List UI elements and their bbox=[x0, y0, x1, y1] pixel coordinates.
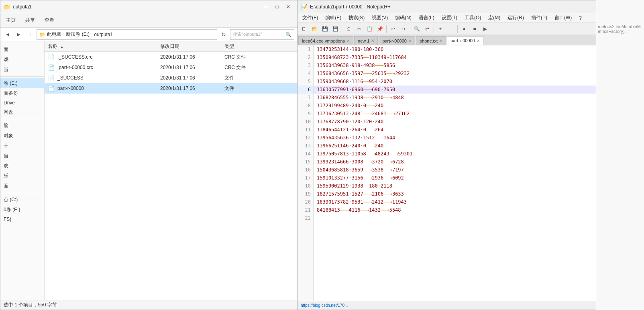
nav-forward-button[interactable]: ▶ bbox=[14, 30, 24, 39]
toolbar-view-button[interactable]: 查看 bbox=[42, 16, 57, 24]
menu-encode[interactable]: 编码(N) bbox=[392, 14, 415, 22]
npp-macro2-button[interactable]: ■ bbox=[470, 24, 479, 34]
file-item-success-crc[interactable]: 📄 ._SUCCESS.crc 2020/1/31 17:06 CRC 文件 bbox=[45, 52, 297, 62]
breadcrumb-sep2: › bbox=[91, 32, 92, 37]
sidebar-item-ten[interactable]: 十 bbox=[0, 141, 44, 151]
npp-copy-button[interactable]: 📋 bbox=[365, 24, 374, 34]
menu-macro[interactable]: 宏(M) bbox=[485, 14, 503, 22]
code-line-15: 13992314666·3008——→3720——→6728 bbox=[314, 158, 644, 166]
overflow-text: metrics2.lib.MutableMetricsFactory). bbox=[596, 0, 644, 34]
sidebar-item-c[interactable]: 点 (C:) bbox=[0, 195, 44, 205]
menu-window[interactable]: 窗口(W) bbox=[551, 14, 575, 22]
npp-tab-1-close[interactable]: ✕ bbox=[371, 39, 374, 43]
menu-settings[interactable]: 设置(T) bbox=[438, 14, 461, 22]
explorer-maximize-button[interactable]: □ bbox=[272, 2, 282, 12]
sidebar-item-obj[interactable]: 对象 bbox=[0, 131, 44, 141]
npp-tab-2[interactable]: part-r-00000 ✕ bbox=[379, 36, 415, 45]
line-num-17: 17 bbox=[298, 174, 313, 182]
file-date-1: 2020/1/31 17:06 bbox=[160, 65, 224, 70]
file-date-2: 2020/1/31 17:06 bbox=[160, 75, 224, 81]
menu-view[interactable]: 视图(V) bbox=[369, 14, 391, 22]
toolbar-share-button[interactable]: 共享 bbox=[23, 16, 37, 24]
npp-new-button[interactable]: 🗋 bbox=[299, 24, 309, 34]
menu-run[interactable]: 运行(R) bbox=[504, 14, 527, 22]
sidebar-item-face[interactable]: 面 bbox=[0, 181, 44, 191]
sidebar-item-fs[interactable]: FS) bbox=[0, 215, 44, 224]
sidebar-item-netdisk[interactable]: 网盘 bbox=[0, 107, 44, 117]
npp-tabs: idea64.exe.vmoptions ✕ new 1 ✕ part-r-00… bbox=[298, 35, 644, 45]
sidebar-item-e[interactable]: 0卷 (E:) bbox=[0, 205, 44, 215]
sidebar-item-0[interactable]: 面 bbox=[0, 45, 44, 55]
toolbar-sep-5 bbox=[457, 25, 458, 33]
line-num-15: 15 bbox=[298, 158, 313, 166]
npp-zoomout-button[interactable]: - bbox=[446, 24, 456, 34]
search-placeholder-text: 搜索"outputa1" bbox=[233, 31, 262, 37]
explorer-minimize-button[interactable]: ─ bbox=[261, 2, 271, 12]
npp-tab-4[interactable]: part-r-00000 ✕ bbox=[447, 36, 483, 45]
npp-tab-1[interactable]: new 1 ✕ bbox=[354, 36, 378, 45]
npp-cut-button[interactable]: ✂ bbox=[354, 24, 364, 34]
npp-tab-4-close[interactable]: ✕ bbox=[477, 39, 480, 43]
col-date-header[interactable]: 修改日期 bbox=[160, 43, 224, 50]
explorer-body: 面 戏 当 卷 (E:) 面备份 Drive 网盘 脑 对象 十 当 戏 乐 面… bbox=[0, 41, 297, 300]
toolbar-home-button[interactable]: 主页 bbox=[4, 16, 18, 24]
col-type-header[interactable]: 类型 bbox=[224, 43, 265, 50]
menu-file[interactable]: 文件(F) bbox=[299, 14, 321, 22]
sidebar-item-game[interactable]: 戏 bbox=[0, 161, 44, 171]
npp-print-button[interactable]: 🖨 bbox=[344, 24, 353, 34]
sidebar-item-music[interactable]: 乐 bbox=[0, 171, 44, 181]
col-name-header[interactable]: 名称 ▲ bbox=[48, 43, 160, 50]
nav-up-button[interactable]: ↑ bbox=[25, 30, 35, 39]
sidebar-item-drive-e[interactable]: 卷 (E:) bbox=[0, 78, 44, 88]
file-item-part-crc[interactable]: 📄 .part-r-00000.crc 2020/1/31 17:06 CRC … bbox=[45, 62, 297, 73]
line-num-12: 12 bbox=[298, 134, 313, 142]
search-box: 搜索"outputa1" 🔍 bbox=[230, 29, 294, 40]
code-line-14: 13975057813·11058——→48243——→59301 bbox=[314, 150, 644, 158]
sidebar-item-drive[interactable]: Drive bbox=[0, 98, 44, 107]
sidebar-item-backup[interactable]: 面备份 bbox=[0, 88, 44, 98]
explorer-close-button[interactable]: ✕ bbox=[283, 2, 293, 12]
npp-tab-3-close[interactable]: ✕ bbox=[439, 39, 442, 43]
npp-zoomin-button[interactable]: + bbox=[436, 24, 445, 34]
npp-paste-button[interactable]: 📌 bbox=[375, 24, 385, 34]
menu-edit[interactable]: 编辑(E) bbox=[322, 14, 344, 22]
menu-language[interactable]: 语言(L) bbox=[416, 14, 438, 22]
line-num-1: 1 bbox=[298, 45, 313, 53]
sidebar-item-brain[interactable]: 脑 bbox=[0, 121, 44, 131]
sidebar-divider-3 bbox=[0, 193, 44, 193]
nav-back-button[interactable]: ◀ bbox=[3, 30, 12, 39]
npp-tab-0-close[interactable]: ✕ bbox=[346, 39, 350, 43]
npp-app-icon: 📝 bbox=[301, 4, 308, 10]
npp-tab-3[interactable]: phone.txt ✕ bbox=[416, 36, 446, 45]
npp-tab-0[interactable]: idea64.exe.vmoptions ✕ bbox=[298, 36, 353, 45]
menu-plugins[interactable]: 插件(P) bbox=[528, 14, 550, 22]
code-line-21: 84188413——→4116——→1432——→5548 bbox=[314, 206, 644, 214]
sidebar-item-curr[interactable]: 当 bbox=[0, 151, 44, 161]
npp-tab-2-close[interactable]: ✕ bbox=[408, 39, 412, 43]
breadcrumb[interactable]: 📁 此电脑 › 新加卷 (E:) › outputa1 bbox=[37, 29, 217, 40]
menu-tools[interactable]: 工具(O) bbox=[461, 14, 484, 22]
code-line-4: 13568436656·3597——→25635——→29232 bbox=[314, 69, 644, 78]
sidebar-item-2[interactable]: 当 bbox=[0, 65, 44, 75]
sidebar-divider-2 bbox=[0, 119, 44, 119]
npp-undo-button[interactable]: ↩ bbox=[388, 24, 398, 34]
file-item-part-r[interactable]: 📄 part-r-00000 2020/1/31 17:06 文件 bbox=[45, 83, 297, 94]
sidebar-item-1[interactable]: 戏 bbox=[0, 55, 44, 65]
menu-search[interactable]: 搜索(S) bbox=[345, 14, 368, 22]
npp-find-button[interactable]: 🔍 bbox=[412, 24, 422, 34]
file-name-1: .part-r-00000.crc bbox=[57, 65, 160, 70]
search-icon[interactable]: 🔍 bbox=[285, 32, 291, 37]
file-list-area: 名称 ▲ 修改日期 类型 📄 ._SUCCESS.crc 2020/1/31 1… bbox=[45, 41, 297, 300]
npp-macro1-button[interactable]: ● bbox=[459, 24, 469, 34]
npp-open-button[interactable]: 📂 bbox=[310, 24, 319, 34]
file-item-success[interactable]: 📄 _SUCCESS 2020/1/31 17:06 文件 bbox=[45, 73, 297, 83]
npp-macro3-button[interactable]: ▶ bbox=[480, 24, 490, 34]
npp-redo-button[interactable]: ↪ bbox=[399, 24, 408, 34]
refresh-button[interactable]: ↻ bbox=[219, 30, 228, 39]
npp-saveall-button[interactable]: 💾 bbox=[330, 24, 340, 34]
npp-replace-button[interactable]: ⇄ bbox=[422, 24, 432, 34]
code-area[interactable]: 13470253144·180·180·360 13509468723·7335… bbox=[314, 45, 644, 301]
menu-help[interactable]: ? bbox=[576, 14, 585, 22]
file-type-1: CRC 文件 bbox=[224, 64, 246, 71]
npp-save-button[interactable]: 💾 bbox=[320, 24, 330, 34]
